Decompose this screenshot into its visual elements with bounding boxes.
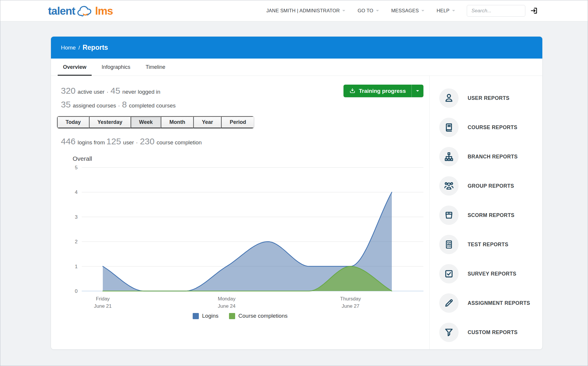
breadcrumb-separator: / xyxy=(78,45,80,51)
course-completions-swatch xyxy=(229,313,235,319)
legend-logins: Logins xyxy=(193,313,218,319)
training-progress-button[interactable]: Training progress xyxy=(343,85,423,97)
completed-courses-label: completed courses xyxy=(129,102,175,109)
checkbox-icon xyxy=(439,264,459,283)
chevron-down-icon xyxy=(421,10,424,13)
dot-separator: · xyxy=(118,102,120,109)
top-header: talent lms JANE SMITH | ADMINISTRATOR GO… xyxy=(0,0,588,21)
legend-course-completions: Course completions xyxy=(229,313,288,319)
sidebar-item-label: SCORM REPORTS xyxy=(468,212,514,218)
login-users-label: user xyxy=(123,139,134,146)
filter-month-button[interactable]: Month xyxy=(161,116,193,128)
sidebar-item-assignment-reports[interactable]: ASSIGNMENT REPORTS xyxy=(430,288,542,318)
chevron-down-icon xyxy=(342,10,345,13)
sidebar-item-scorm-reports[interactable]: SCORM REPORTS xyxy=(430,201,542,230)
hierarchy-icon xyxy=(439,147,459,166)
sidebar-item-custom-reports[interactable]: CUSTOM REPORTS xyxy=(430,318,542,347)
dot-separator: · xyxy=(107,89,108,95)
logins-label: logins from xyxy=(78,139,105,146)
chevron-down-icon xyxy=(416,90,419,93)
stat-line-courses: 35assigned courses·8completed courses xyxy=(61,100,429,110)
sidebar-item-label: USER REPORTS xyxy=(468,95,510,101)
nav-messages[interactable]: MESSAGES xyxy=(391,8,424,13)
completions-count: 230 xyxy=(140,136,155,146)
nav-go-to[interactable]: GO TO xyxy=(358,8,379,13)
overall-area-chart: 012345FridayJune 21MondayJune 24Thursday… xyxy=(68,163,425,310)
nav-user-menu-label: JANE SMITH | ADMINISTRATOR xyxy=(266,8,340,13)
nav-help[interactable]: HELP xyxy=(437,8,455,13)
filter-period-button[interactable]: Period xyxy=(221,116,254,128)
logo-text-lms: lms xyxy=(95,5,113,17)
overview-panel: 320active user·45never logged in 35assig… xyxy=(51,76,429,350)
date-range-filter: Today Yesterday Week Month Year Period xyxy=(57,116,254,129)
sidebar-item-user-reports[interactable]: USER REPORTS xyxy=(430,83,542,113)
user-icon xyxy=(439,88,459,108)
logout-icon[interactable] xyxy=(530,7,538,15)
package-icon xyxy=(439,206,459,225)
svg-text:2: 2 xyxy=(75,239,78,244)
svg-text:Friday: Friday xyxy=(96,296,110,302)
svg-text:3: 3 xyxy=(75,214,78,220)
sidebar-item-label: TEST REPORTS xyxy=(468,242,508,248)
never-logged-label: never logged in xyxy=(122,89,160,95)
clipboard-icon xyxy=(439,235,459,254)
svg-text:4: 4 xyxy=(75,189,78,195)
reports-card: Home / Reports Overview Infographics Tim… xyxy=(51,36,543,350)
completed-courses-count: 8 xyxy=(122,100,127,109)
svg-text:June 24: June 24 xyxy=(218,303,236,309)
svg-text:1: 1 xyxy=(75,264,78,269)
tab-timeline[interactable]: Timeline xyxy=(140,59,170,76)
sidebar-item-course-reports[interactable]: COURSE REPORTS xyxy=(430,113,542,142)
active-users-count: 320 xyxy=(61,86,76,95)
logins-count: 446 xyxy=(61,136,76,146)
filter-yesterday-button[interactable]: Yesterday xyxy=(89,116,131,128)
svg-text:0: 0 xyxy=(75,288,78,294)
sidebar-item-label: SURVEY REPORTS xyxy=(468,271,516,277)
sidebar-item-label: GROUP REPORTS xyxy=(468,183,514,189)
breadcrumb-home-link[interactable]: Home xyxy=(61,45,76,51)
sidebar-item-label: ASSIGNMENT REPORTS xyxy=(468,300,530,306)
reports-sidebar: USER REPORTS COURSE REPORTS xyxy=(429,76,542,350)
chevron-down-icon xyxy=(452,10,455,13)
chart-legend: Logins Course completions xyxy=(51,313,429,319)
sidebar-item-branch-reports[interactable]: BRANCH REPORTS xyxy=(430,142,542,171)
legend-course-completions-label: Course completions xyxy=(238,313,288,319)
search-input[interactable] xyxy=(467,5,525,17)
logo[interactable]: talent lms xyxy=(48,4,113,17)
breadcrumb: Home / Reports xyxy=(51,37,542,59)
filter-week-button[interactable]: Week xyxy=(131,116,161,128)
group-icon xyxy=(439,176,459,196)
active-users-label: active user xyxy=(78,89,105,95)
page-title: Reports xyxy=(83,44,108,52)
training-progress-dropdown[interactable] xyxy=(411,85,423,97)
filter-today-button[interactable]: Today xyxy=(57,116,89,128)
svg-text:Monday: Monday xyxy=(218,296,236,302)
nav-user-menu[interactable]: JANE SMITH | ADMINISTRATOR xyxy=(266,8,345,13)
nav-messages-label: MESSAGES xyxy=(391,8,419,13)
sidebar-item-label: CUSTOM REPORTS xyxy=(468,329,518,336)
nav-help-label: HELP xyxy=(437,8,449,13)
completions-label: course completion xyxy=(157,139,202,146)
book-icon xyxy=(439,118,459,137)
dot-separator: · xyxy=(136,139,138,146)
stat-line-logins: 446logins from 125user·230course complet… xyxy=(61,136,429,146)
svg-text:June 21: June 21 xyxy=(94,303,112,309)
funnel-icon xyxy=(439,323,459,342)
sidebar-item-label: BRANCH REPORTS xyxy=(468,154,518,160)
sidebar-item-survey-reports[interactable]: SURVEY REPORTS xyxy=(430,259,542,288)
tab-bar: Overview Infographics Timeline xyxy=(51,59,542,76)
download-icon xyxy=(349,88,356,94)
tab-overview[interactable]: Overview xyxy=(58,59,92,76)
pencil-icon xyxy=(439,293,459,313)
assigned-courses-count: 35 xyxy=(61,100,71,109)
logo-text-talent: talent xyxy=(48,5,75,17)
chevron-down-icon xyxy=(376,10,379,13)
sidebar-item-test-reports[interactable]: TEST REPORTS xyxy=(430,230,542,259)
filter-year-button[interactable]: Year xyxy=(193,116,221,128)
logins-swatch xyxy=(193,313,199,319)
chart-title: Overall xyxy=(73,155,429,162)
tab-infographics[interactable]: Infographics xyxy=(96,59,136,76)
svg-text:Thursday: Thursday xyxy=(340,296,361,302)
sidebar-item-group-reports[interactable]: GROUP REPORTS xyxy=(430,171,542,201)
never-logged-count: 45 xyxy=(110,86,120,95)
